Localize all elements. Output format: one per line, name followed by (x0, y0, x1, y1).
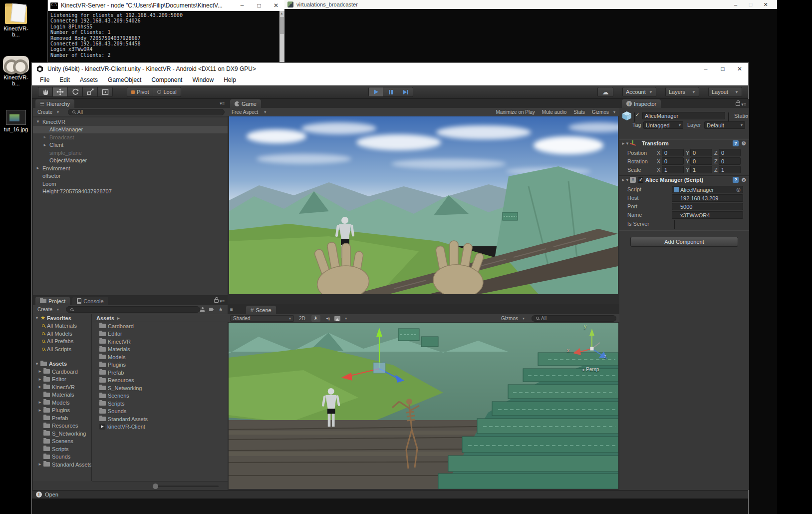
hierarchy-item[interactable]: KinectVR (33, 118, 228, 126)
hand-tool-button[interactable] (38, 87, 53, 97)
x-field[interactable]: 0 (662, 157, 684, 165)
tag-dropdown[interactable]: Untagged▾ (643, 121, 683, 129)
rect-tool-button[interactable] (98, 87, 113, 97)
asset-list-item[interactable]: KinectVR (92, 338, 228, 346)
object-picker-icon[interactable]: ◎ (736, 187, 741, 192)
menu-item[interactable]: Edit (54, 74, 75, 85)
console-scrollbar[interactable] (279, 11, 284, 62)
favorite-item[interactable]: All Materials (33, 322, 91, 330)
z-field[interactable]: 1 (719, 166, 741, 173)
active-checkbox[interactable] (634, 112, 635, 122)
tab-console[interactable]: Console (72, 297, 108, 305)
play-button[interactable] (368, 87, 383, 97)
y-field[interactable]: 1 (690, 166, 712, 173)
asset-list-item[interactable]: Models (92, 353, 228, 361)
tab-scene[interactable]: # Scene (246, 306, 276, 314)
panel-menu-icon[interactable]: ▾≡ (220, 101, 225, 106)
menu-item[interactable]: GameObject (103, 74, 146, 85)
menu-item[interactable]: Help (219, 74, 241, 85)
layout-dropdown[interactable]: Layout▼ (708, 87, 742, 97)
layer-dropdown[interactable]: Default▾ (704, 121, 745, 129)
tree-folder[interactable]: Materials (33, 391, 91, 399)
2d-toggle-button[interactable]: 2D (299, 316, 305, 321)
lock-icon[interactable] (214, 299, 219, 303)
value-field[interactable]: 5000 ◎ (672, 203, 743, 210)
local-toggle-button[interactable]: Local (153, 87, 181, 97)
unity-titlebar[interactable]: Unity (64bit) - kinectVR-Client.unity - … (32, 63, 748, 74)
is-server-checkbox[interactable] (674, 220, 675, 229)
z-field[interactable]: 0 (719, 157, 741, 165)
minimize-icon[interactable]: – (234, 2, 251, 9)
tree-folder[interactable]: Models (33, 399, 91, 407)
expand-arrow-icon[interactable] (36, 119, 42, 124)
maximize-icon[interactable]: □ (251, 2, 268, 9)
asset-list-item[interactable]: Plugins (92, 361, 228, 369)
hierarchy-item[interactable]: Height:72057594037928707 (33, 188, 228, 196)
favorite-item[interactable]: All Prefabs (33, 338, 91, 346)
panel-menu-icon[interactable]: ▾≡ (736, 100, 746, 107)
scene-search-input[interactable]: All (532, 315, 616, 322)
search-by-label-icon[interactable] (209, 308, 214, 311)
tree-folder[interactable]: Resources (33, 422, 91, 430)
tree-folder[interactable]: Sounds (33, 453, 91, 461)
scene-gizmos-dropdown[interactable]: Gizmos▾ (501, 316, 525, 321)
expand-arrow-icon[interactable] (38, 462, 43, 467)
gear-icon[interactable]: ⚙ (741, 177, 746, 183)
maximize-icon[interactable]: □ (714, 65, 731, 72)
status-bar[interactable]: ! Open (32, 490, 748, 499)
breadcrumb[interactable]: Assets (92, 314, 228, 322)
foldout-arrow-icon[interactable]: ▼ (621, 178, 628, 182)
close-icon[interactable]: ✕ (758, 1, 773, 8)
hierarchy-item[interactable]: AliceManager (33, 126, 228, 134)
close-icon[interactable]: ✕ (731, 65, 748, 72)
z-field[interactable]: 0 (719, 149, 741, 156)
assets-root[interactable]: Assets (33, 360, 91, 368)
hierarchy-create-button[interactable]: Create▾ (35, 109, 61, 115)
minimize-icon[interactable]: – (697, 65, 714, 72)
desktop-icon[interactable]: tut_16.jpg (0, 107, 32, 132)
desktop-icon[interactable]: KinectVR-b... (0, 2, 32, 37)
hierarchy-search-input[interactable]: All (68, 109, 225, 115)
expand-arrow-icon[interactable] (38, 385, 43, 389)
audio-toggle-icon[interactable]: ◄) (325, 316, 330, 321)
expand-arrow-icon[interactable] (36, 166, 42, 170)
asset-list-item[interactable]: Cardboard (92, 322, 228, 330)
foldout-arrow-icon[interactable]: ▼ (621, 141, 628, 146)
scene-viewport[interactable]: y x z ◄ Persp (229, 323, 618, 489)
layers-dropdown[interactable]: Layers▼ (665, 87, 699, 97)
hierarchy-item[interactable]: ObjectManager (33, 157, 228, 165)
value-field[interactable]: 192.168.43.209 ◎ (672, 194, 743, 202)
expand-arrow-icon[interactable] (35, 316, 40, 320)
tree-folder[interactable]: Editor (33, 376, 91, 384)
lock-icon[interactable] (736, 102, 740, 106)
menu-item[interactable]: Component (146, 74, 187, 85)
scale-tool-button[interactable] (83, 87, 98, 97)
hierarchy-item[interactable]: Enviroment (33, 164, 228, 172)
step-button[interactable] (398, 87, 413, 97)
pivot-toggle-button[interactable]: Pivot (127, 87, 153, 97)
asset-list-item[interactable]: Materials (92, 346, 228, 354)
tab-project[interactable]: Project (35, 297, 70, 305)
y-field[interactable]: 0 (690, 157, 712, 165)
favorite-item[interactable]: All Models (33, 330, 91, 338)
x-field[interactable]: 1 (662, 166, 684, 173)
asset-list-item[interactable]: Resources (92, 377, 228, 385)
move-tool-button[interactable] (53, 87, 68, 97)
hierarchy-item[interactable]: Broadcast (33, 133, 228, 141)
tree-folder[interactable]: Cardboard (33, 368, 91, 376)
tree-folder[interactable]: Plugins (33, 407, 91, 415)
cloud-button[interactable]: ☁ (597, 87, 613, 97)
pause-button[interactable] (383, 87, 398, 97)
lighting-toggle-icon[interactable]: ☀ (311, 315, 320, 322)
aspect-dropdown[interactable]: Free Aspect▾ (228, 109, 266, 115)
account-dropdown[interactable]: Account▼ (622, 87, 656, 97)
tab-hierarchy[interactable]: ☰ Hierarchy (35, 99, 74, 108)
expand-arrow-icon[interactable] (43, 135, 49, 139)
minimize-icon[interactable]: – (728, 1, 743, 7)
tree-folder[interactable]: KinectVR (33, 383, 91, 391)
game-viewport[interactable] (229, 116, 618, 294)
asset-list-item[interactable]: Editor (92, 330, 228, 338)
rotate-tool-button[interactable] (68, 87, 83, 97)
server-console-titlebar[interactable]: KinectVR-Server - node "C:\Users\Filip\D… (48, 0, 284, 11)
menu-item[interactable]: Assets (75, 74, 103, 85)
